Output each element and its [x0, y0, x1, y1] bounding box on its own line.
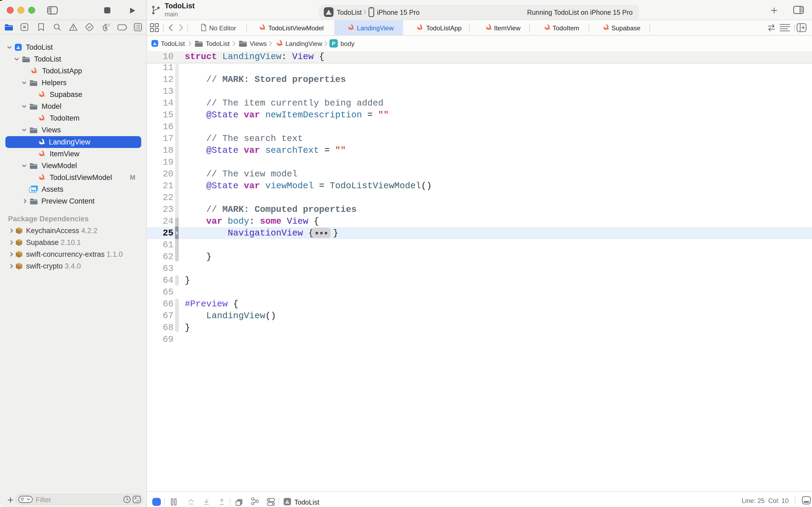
svg-text:P: P — [332, 41, 336, 47]
